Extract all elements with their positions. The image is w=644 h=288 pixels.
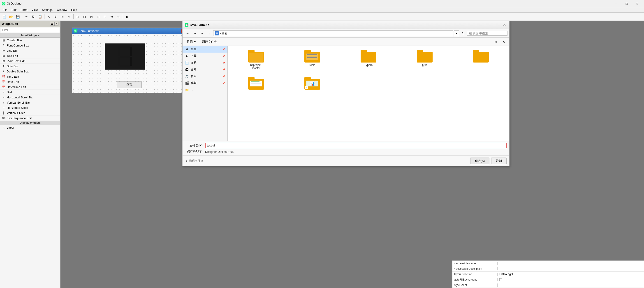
- toolbar-widget-btn[interactable]: ⊹: [52, 14, 59, 20]
- props-val-layout-dir[interactable]: LeftToRight: [498, 273, 644, 276]
- file-item-row2-2[interactable]: [230, 75, 282, 92]
- toolbar-cut-btn[interactable]: ✂: [23, 14, 30, 20]
- toolbar-new-btn[interactable]: 📄: [1, 14, 7, 20]
- dialog-back-btn[interactable]: ←: [184, 30, 191, 36]
- sidebar-item-videos[interactable]: 🎬 视频 📌: [182, 80, 228, 86]
- app-title: Qt Designer: [7, 2, 22, 5]
- sidebar-pictures-label: 图片: [191, 68, 196, 72]
- wb-item-label[interactable]: A Label: [0, 125, 60, 130]
- dialog-dropdown-btn[interactable]: ▾: [199, 30, 205, 36]
- sidebar-documents-pin: 📌: [222, 62, 225, 64]
- dialog-view-icons-btn[interactable]: ⊞: [492, 38, 499, 45]
- toolbar-open-btn[interactable]: 📂: [8, 14, 14, 20]
- toolbar-preview-btn[interactable]: ▶: [124, 14, 130, 20]
- wb-item-plain-text-edit[interactable]: ▤ Plain Text Edit: [0, 58, 60, 64]
- toggle-hidden-btn[interactable]: ▲ 隐藏文件夹: [185, 158, 204, 164]
- dialog-view-close-btn[interactable]: ✕: [501, 38, 507, 45]
- autofill-checkbox[interactable]: [499, 278, 502, 281]
- menu-file[interactable]: File: [1, 8, 9, 12]
- dialog-forward-btn[interactable]: →: [192, 30, 198, 36]
- menu-edit[interactable]: Edit: [10, 8, 18, 12]
- menu-form[interactable]: Form: [19, 8, 29, 12]
- menu-window[interactable]: Window: [55, 8, 69, 12]
- hslider-icon: ─: [2, 106, 6, 110]
- dialog-search-input[interactable]: [467, 31, 508, 36]
- toolbar-buddy-btn[interactable]: ⤷: [66, 14, 72, 20]
- toolbar-vlayout-btn[interactable]: ⊟: [82, 14, 88, 20]
- svg-rect-3: [120, 56, 130, 58]
- props-row-autofill: autoFillBackground: [452, 277, 644, 282]
- widget-box-filter-input[interactable]: [1, 28, 59, 32]
- time-edit-icon: ⏰: [2, 75, 6, 78]
- sidebar-item-desktop[interactable]: 🖥 桌面 📌: [182, 46, 228, 52]
- breadcrumb-dropdown-btn[interactable]: ▾: [454, 30, 459, 36]
- menu-help[interactable]: Help: [69, 8, 79, 12]
- organize-btn[interactable]: 组织 ▼: [185, 38, 198, 45]
- widget-box-close-btn[interactable]: ✕: [54, 22, 58, 26]
- wb-item-font-combo-box[interactable]: A Font Combo Box: [0, 43, 60, 48]
- props-val-autofill[interactable]: [498, 278, 644, 281]
- wb-item-double-spin-box[interactable]: ⬆ Double Spin Box: [0, 69, 60, 74]
- wb-item-text-edit[interactable]: ▤ Text Edit: [0, 53, 60, 58]
- minimize-button[interactable]: ─: [611, 0, 622, 7]
- push-button-widget[interactable]: 点我: [117, 82, 142, 88]
- wb-item-spin-box[interactable]: ⬆ Spin Box: [0, 64, 60, 69]
- maximize-button[interactable]: □: [622, 0, 632, 7]
- wb-item-combo-box[interactable]: ▤ Combo Box: [0, 38, 60, 43]
- sidebar-item-downloads[interactable]: ⬇ 下载 📌: [182, 52, 228, 59]
- new-folder-btn[interactable]: 新建文件夹: [200, 38, 219, 45]
- dialog-cancel-btn[interactable]: 取消: [491, 158, 506, 164]
- breadcrumb-bar: 🖥 › 桌面 ›: [213, 30, 453, 36]
- wb-item-hscrollbar[interactable]: ↔ Horizontal Scroll Bar: [0, 95, 60, 100]
- close-button[interactable]: ✕: [632, 0, 642, 7]
- sidebar-item-music[interactable]: 🎵 音乐 📌: [182, 73, 228, 80]
- dialog-up-btn[interactable]: ↑: [206, 30, 212, 36]
- wb-item-vslider[interactable]: │ Vertical Slider: [0, 110, 60, 116]
- toolbar-paste-btn[interactable]: 📋: [37, 14, 43, 20]
- file-item-row2-1[interactable]: [454, 48, 507, 72]
- breadcrumb-path: 桌面: [222, 31, 228, 36]
- toolbar-splith-btn[interactable]: ⊠: [88, 14, 94, 20]
- toolbar-taborder-btn[interactable]: ⇥: [59, 14, 66, 20]
- wb-item-date-edit[interactable]: 📅 Date Edit: [0, 79, 60, 84]
- wb-item-time-edit[interactable]: ⏰ Time Edit: [0, 74, 60, 79]
- form-body[interactable]: 点我: [72, 34, 186, 93]
- wb-item-dial[interactable]: ○ Dial: [0, 90, 60, 95]
- key-sequence-edit-icon: ⌨: [2, 116, 6, 120]
- dialog-close-btn[interactable]: ✕: [502, 22, 507, 28]
- toolbar-save-btn[interactable]: 💾: [14, 14, 21, 20]
- folder-icon-baoxiao: [417, 50, 432, 62]
- dialog-save-btn[interactable]: 保存(S): [470, 158, 490, 164]
- file-label-bitproject: bitproject-master: [247, 64, 265, 70]
- sidebar-item-other[interactable]: 📁 ...: [182, 86, 228, 93]
- widget-box-restore-btn[interactable]: ⊡: [50, 22, 54, 26]
- wb-item-vscrollbar[interactable]: ↕ Vertical Scroll Bar: [0, 100, 60, 105]
- toolbar-break-btn[interactable]: ⊗: [108, 14, 115, 20]
- toolbar-splitv-btn[interactable]: ⊡: [95, 14, 101, 20]
- sidebar-item-pictures[interactable]: 🖼 图片 📌: [182, 66, 228, 73]
- file-item-redis[interactable]: redis: [286, 48, 339, 72]
- file-item-typora[interactable]: Typora: [342, 48, 395, 72]
- wb-item-key-sequence-edit[interactable]: ⌨ Key Sequence Edit: [0, 116, 60, 121]
- toolbar-pointer-btn[interactable]: ↖: [46, 14, 52, 20]
- dialog-refresh-btn[interactable]: ↻: [460, 30, 466, 36]
- sidebar-music-icon: 🎵: [185, 74, 189, 78]
- sidebar-item-documents[interactable]: 📄 文档 📌: [182, 59, 228, 66]
- file-item-baoxiao[interactable]: 报销: [398, 48, 451, 72]
- file-label-baoxiao: 报销: [422, 64, 428, 67]
- sidebar-videos-label: 视频: [191, 81, 196, 85]
- menu-settings[interactable]: Settings: [40, 8, 54, 12]
- file-item-row2-3[interactable]: 📊 ↗: [286, 75, 339, 92]
- toolbar-adjust-btn[interactable]: ⤡: [115, 14, 122, 20]
- toolbar-hlayout-btn[interactable]: ⊞: [75, 14, 81, 20]
- toolbar-grid-btn[interactable]: ⊞: [102, 14, 108, 20]
- file-item-bitproject[interactable]: bitproject-master: [230, 48, 282, 72]
- filename-input[interactable]: [205, 143, 506, 148]
- title-bar: Qt Qt Designer ─ □ ✕: [0, 0, 644, 7]
- wb-item-hslider[interactable]: ─ Horizontal Slider: [0, 105, 60, 110]
- toolbar-copy-btn[interactable]: ⧉: [30, 14, 36, 20]
- text-edit-icon: ▤: [2, 54, 6, 58]
- wb-item-datetime-edit[interactable]: 📅 Date/Time Edit: [0, 84, 60, 90]
- wb-item-line-edit[interactable]: ▭ Line Edit: [0, 48, 60, 53]
- menu-view[interactable]: View: [30, 8, 40, 12]
